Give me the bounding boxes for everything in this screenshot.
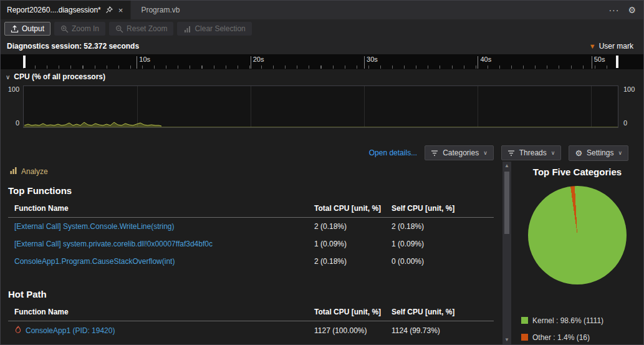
- tab-report-label: Report20260....diagsession*: [7, 6, 101, 14]
- ruler-tick-40s: 40s: [478, 56, 491, 63]
- zoom-in-button[interactable]: Zoom In: [54, 22, 105, 36]
- pin-icon[interactable]: [105, 6, 113, 14]
- output-button[interactable]: Output: [4, 22, 50, 36]
- legend-item-other: Other : 1.4% (16): [521, 329, 643, 345]
- cpu-section-header[interactable]: ∨ CPU (% of all processors): [1, 69, 643, 84]
- ruler-track[interactable]: 10s 20s 30s 40s 50s: [23, 54, 618, 69]
- kernel-swatch: [521, 317, 528, 324]
- pie-legend: Kernel : 98.6% (1111) Other : 1.4% (16): [521, 312, 643, 345]
- top-functions-table: Function Name Total CPU [unit, %] Self C…: [8, 200, 494, 270]
- cpu-section-title: CPU (% of all processors): [14, 72, 105, 81]
- user-mark-icon: ▼: [589, 42, 596, 50]
- scroll-down-icon[interactable]: ▼: [504, 336, 509, 344]
- other-swatch: [521, 334, 528, 341]
- user-mark-legend: ▼ User mark: [589, 42, 637, 51]
- user-mark-label: User mark: [599, 42, 633, 51]
- tab-program-vb[interactable]: Program.vb: [131, 1, 190, 19]
- scrollbar-track[interactable]: [502, 170, 511, 336]
- section-gap: [1, 270, 502, 283]
- tab-settings-gear-icon[interactable]: ⚙: [628, 5, 636, 15]
- cpu-chart-row: 100 0 100 0: [1, 84, 643, 132]
- settings-dropdown[interactable]: ⚙ Settings ∨: [569, 145, 628, 161]
- scroll-up-icon[interactable]: ▲: [504, 162, 509, 170]
- ruler-tick-50s: 50s: [592, 56, 605, 63]
- tab-report-diagsession[interactable]: Report20260....diagsession* ×: [1, 1, 131, 19]
- tab-program-label: Program.vb: [141, 6, 180, 14]
- table-row: ConsoleApp1 (PID: 19420) 1127 (100.00%) …: [8, 321, 494, 340]
- report-content: Analyze Top Functions Function Name Tota…: [1, 162, 502, 344]
- chevron-down-icon: ∨: [551, 150, 555, 156]
- cpu-ymax-right: 100: [623, 85, 640, 93]
- ruler-tick-10s: 10s: [137, 56, 150, 63]
- top-functions-title: Top Functions: [1, 179, 502, 200]
- session-duration-label: Diagnostics session: 52.372 seconds: [7, 42, 139, 51]
- function-link[interactable]: [External Call] system.private.corelib.d…: [14, 240, 213, 248]
- filter-icon: [431, 150, 438, 157]
- panel-title: Top Five Categories: [511, 167, 643, 177]
- session-info-row: Diagnostics session: 52.372 seconds ▼ Us…: [1, 38, 643, 54]
- timeline-ruler[interactable]: 10s 20s 30s 40s 50s: [1, 54, 643, 69]
- gridline-30s: [364, 86, 365, 127]
- function-link[interactable]: ConsoleApp1.Program.CauseStackOverflow(i…: [14, 257, 175, 266]
- gridline-20s: [251, 86, 251, 127]
- clear-selection-icon: [183, 25, 191, 33]
- table-header-row: Function Name Total CPU [unit, %] Self C…: [8, 303, 494, 321]
- close-icon[interactable]: ×: [117, 6, 125, 14]
- selection-handle-right[interactable]: [616, 56, 618, 68]
- report-main: Analyze Top Functions Function Name Tota…: [1, 162, 643, 344]
- gear-icon: ⚙: [575, 148, 582, 158]
- table-row: ConsoleApp1.Program.CauseStackOverflow(i…: [8, 253, 494, 270]
- output-icon: [11, 25, 19, 33]
- chevron-down-icon: ∨: [483, 150, 488, 156]
- selection-handle-left[interactable]: [23, 56, 26, 68]
- ruler-minor-ticks: [23, 66, 618, 69]
- zoom-in-icon: [60, 25, 69, 33]
- table-header-row: Function Name Total CPU [unit, %] Self C…: [8, 200, 494, 218]
- process-link[interactable]: ConsoleApp1 (PID: 19420): [26, 326, 115, 335]
- document-tab-bar: Report20260....diagsession* × Program.vb…: [1, 1, 643, 19]
- categories-pie-chart: [528, 186, 627, 284]
- reset-zoom-icon: [115, 25, 123, 33]
- table-row: [External Call] System.Console.WriteLine…: [8, 218, 494, 235]
- table-row: [External Call] system.private.corelib.d…: [8, 235, 494, 253]
- hot-path-title: Hot Path: [1, 283, 502, 303]
- hot-path-table: Function Name Total CPU [unit, %] Self C…: [8, 303, 494, 340]
- ruler-tick-30s: 30s: [364, 56, 378, 63]
- top-categories-panel: Top Five Categories Kernel : 98.6% (1111…: [511, 162, 643, 344]
- open-details-link[interactable]: Open details...: [369, 148, 417, 157]
- chevron-down-icon: ∨: [6, 74, 10, 80]
- gridline-40s: [478, 86, 478, 127]
- clear-selection-button[interactable]: Clear Selection: [177, 22, 251, 36]
- cpu-activity-series: [24, 117, 161, 127]
- cpu-ymax-left: 100: [3, 85, 19, 93]
- more-options-icon[interactable]: ···: [608, 5, 619, 15]
- function-link[interactable]: [External Call] System.Console.WriteLine…: [14, 222, 175, 231]
- diagnostics-window: Report20260....diagsession* × Program.vb…: [0, 0, 644, 345]
- categories-dropdown[interactable]: Categories ∨: [425, 145, 494, 160]
- report-toolbar: Output Zoom In Reset Zoom Clear Selectio…: [1, 19, 643, 38]
- vertical-scrollbar[interactable]: ▲ ▼: [502, 162, 511, 344]
- gridline-50s: [591, 86, 592, 127]
- reset-zoom-button[interactable]: Reset Zoom: [109, 22, 173, 36]
- legend-item-kernel: Kernel : 98.6% (1111): [521, 312, 643, 329]
- scrollbar-thumb[interactable]: [504, 172, 509, 234]
- cpu-usage-plot[interactable]: [23, 85, 618, 128]
- flame-icon: [14, 326, 22, 336]
- cpu-ymin-left: 0: [3, 119, 19, 127]
- threads-dropdown[interactable]: Threads ∨: [501, 145, 562, 160]
- ruler-tick-20s: 20s: [251, 56, 264, 63]
- section-spacer: [1, 132, 643, 144]
- chevron-down-icon: ∨: [618, 150, 622, 156]
- analyze-link[interactable]: Analyze: [1, 164, 502, 179]
- filter-icon: [507, 150, 515, 157]
- details-bar: Open details... Categories ∨ Threads ∨ ⚙…: [1, 144, 643, 162]
- analyze-icon: [9, 167, 17, 177]
- cpu-ymin-right: 0: [623, 119, 640, 127]
